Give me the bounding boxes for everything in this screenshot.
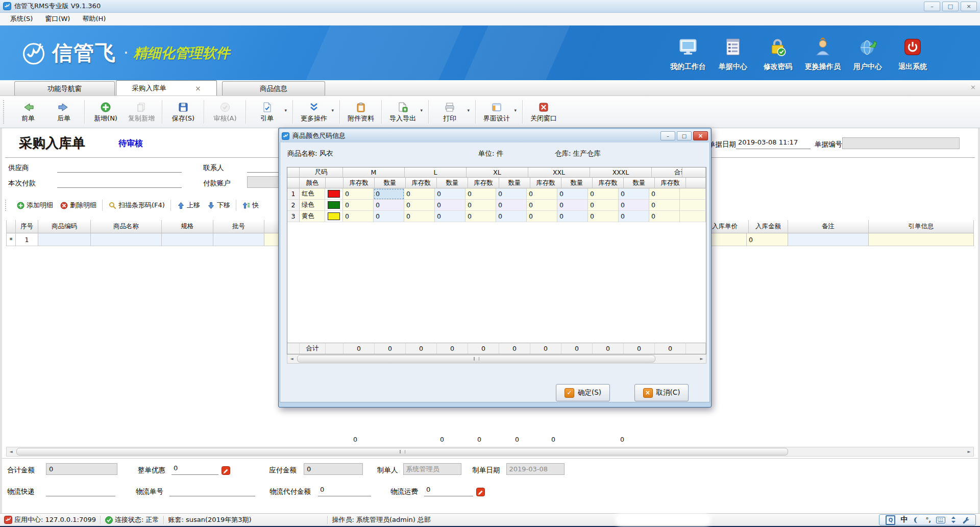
dialog-horizontal-scrollbar[interactable]: ◄ ► bbox=[287, 354, 706, 364]
save-button[interactable]: 保存(S) bbox=[165, 101, 201, 124]
qty-cell[interactable]: 0 bbox=[496, 200, 527, 211]
scroll-right-icon[interactable]: ► bbox=[965, 448, 973, 456]
qty-cell[interactable]: 0 bbox=[435, 211, 465, 222]
qty-cell[interactable]: 0 bbox=[557, 188, 588, 200]
dropdown-arrow-icon[interactable]: ▾ bbox=[514, 108, 517, 113]
move-up-button[interactable]: 上移 bbox=[177, 201, 200, 210]
size-group-cell[interactable]: XL bbox=[467, 167, 528, 178]
stock-cell[interactable]: 0 bbox=[465, 200, 496, 211]
ime-logo-icon[interactable]: Q bbox=[886, 515, 895, 525]
dialog-minimize-button[interactable]: – bbox=[660, 131, 675, 140]
ime-punctuation-toggle[interactable]: °, bbox=[925, 516, 931, 523]
col-header[interactable]: 入库金额 bbox=[749, 220, 788, 233]
color-name-cell[interactable]: 黄色 bbox=[300, 211, 325, 222]
quick-locate-button[interactable]: 快 bbox=[242, 201, 259, 210]
note-cell[interactable] bbox=[788, 233, 869, 246]
qty-header-cell[interactable]: 数量 bbox=[437, 178, 468, 188]
stock-header-cell[interactable]: 库存数 bbox=[593, 178, 624, 188]
qty-cell[interactable]: 0 bbox=[374, 188, 404, 200]
ime-toggle-icon[interactable] bbox=[950, 516, 957, 523]
freight-input[interactable]: 0 bbox=[424, 486, 473, 496]
payment-input[interactable] bbox=[57, 177, 182, 188]
menu-system[interactable]: 系统(S) bbox=[4, 14, 39, 23]
qty-cell[interactable]: 0 bbox=[374, 211, 404, 222]
dropdown-arrow-icon[interactable]: ▾ bbox=[331, 108, 334, 113]
stock-cell[interactable]: 0 bbox=[588, 200, 619, 211]
qty-cell[interactable]: 0 bbox=[496, 188, 527, 200]
doc-date-input[interactable]: 2019-03-08 11:17 bbox=[736, 138, 811, 149]
tabstrip-close-icon[interactable]: × bbox=[970, 83, 976, 91]
stock-cell[interactable]: 0 bbox=[404, 188, 435, 200]
qty-cell[interactable]: 0 bbox=[557, 200, 588, 211]
edit-red-icon[interactable] bbox=[222, 466, 230, 475]
next-doc-button[interactable]: 后单 bbox=[46, 101, 82, 124]
stock-cell[interactable]: 0 bbox=[588, 188, 619, 200]
stock-header-cell[interactable]: 库存数 bbox=[655, 178, 686, 188]
size-group-cell[interactable]: XXL bbox=[528, 167, 590, 178]
audit-button[interactable]: 审核(A) bbox=[207, 101, 243, 124]
col-header[interactable]: 备注 bbox=[788, 220, 869, 233]
stock-cell[interactable]: 0 bbox=[465, 211, 496, 222]
scroll-right-icon[interactable]: ► bbox=[697, 355, 706, 363]
scrollbar-thumb[interactable] bbox=[16, 448, 788, 456]
col-header[interactable]: 商品名称 bbox=[91, 220, 162, 233]
total-amount-input[interactable]: 0 bbox=[46, 463, 117, 475]
stock-cell[interactable]: 0 bbox=[649, 188, 680, 200]
dropdown-arrow-icon[interactable]: ▾ bbox=[284, 108, 287, 113]
size-group-cell[interactable]: L bbox=[405, 167, 467, 178]
menu-window[interactable]: 窗口(W) bbox=[39, 14, 76, 23]
more-actions-button[interactable]: 更多操作 ▾ bbox=[296, 101, 332, 124]
payable-input[interactable]: 0 bbox=[304, 463, 363, 475]
quick-item-doc-center[interactable]: 单据中心 bbox=[710, 33, 755, 71]
quick-item-switch-operator[interactable]: 更换操作员 bbox=[800, 33, 845, 71]
add-detail-button[interactable]: 添加明细 bbox=[17, 201, 53, 210]
qty-cell[interactable]: 0 bbox=[619, 211, 649, 222]
tab-close-icon[interactable]: × bbox=[195, 84, 201, 92]
menu-help[interactable]: 帮助(H) bbox=[76, 14, 112, 23]
qty-cell[interactable]: 0 bbox=[374, 200, 404, 211]
main-horizontal-scrollbar[interactable]: ◄ ► bbox=[6, 447, 974, 457]
qty-cell[interactable]: 0 bbox=[435, 200, 465, 211]
delete-detail-button[interactable]: 删除明细 bbox=[60, 201, 96, 210]
spec-cell[interactable] bbox=[162, 233, 213, 246]
size-group-cell[interactable]: M bbox=[343, 167, 405, 178]
stock-cell[interactable]: 0 bbox=[527, 188, 557, 200]
amount-cell[interactable]: 0 bbox=[747, 233, 788, 246]
print-button[interactable]: 打印 ▾ bbox=[432, 101, 468, 124]
stock-header-cell[interactable]: 库存数 bbox=[468, 178, 499, 188]
scroll-left-icon[interactable]: ◄ bbox=[287, 355, 296, 363]
stock-header-cell[interactable]: 库存数 bbox=[406, 178, 437, 188]
stock-cell[interactable]: 0 bbox=[527, 211, 557, 222]
ime-settings-wrench-icon[interactable] bbox=[962, 516, 969, 524]
col-header[interactable]: 规格 bbox=[162, 220, 213, 233]
prev-doc-button[interactable]: 前单 bbox=[10, 101, 46, 124]
stock-cell[interactable]: 0 bbox=[343, 188, 374, 200]
col-header[interactable]: 批号 bbox=[213, 220, 264, 233]
stock-cell[interactable]: 0 bbox=[527, 200, 557, 211]
supplier-input[interactable] bbox=[57, 162, 182, 173]
scan-barcode-button[interactable]: 扫描条形码(F4) bbox=[109, 201, 165, 210]
stock-header-cell[interactable]: 库存数 bbox=[530, 178, 561, 188]
dialog-titlebar[interactable]: 商品颜色尺码信息 – □ × bbox=[280, 129, 710, 142]
ime-keyboard-icon[interactable] bbox=[936, 517, 945, 523]
ime-language-toggle[interactable]: 中 bbox=[900, 515, 908, 524]
scroll-left-icon[interactable]: ◄ bbox=[7, 448, 15, 456]
stock-cell[interactable]: 0 bbox=[343, 200, 374, 211]
scrollbar-thumb[interactable] bbox=[297, 355, 655, 363]
qty-cell[interactable]: 0 bbox=[435, 188, 465, 200]
attachments-button[interactable]: 附件资料 bbox=[343, 101, 379, 124]
copy-new-button[interactable]: 复制新增 bbox=[124, 101, 159, 124]
qty-cell[interactable]: 0 bbox=[557, 211, 588, 222]
edit-red-icon[interactable] bbox=[476, 488, 485, 496]
dialog-close-button[interactable]: × bbox=[693, 131, 708, 140]
batch-cell[interactable] bbox=[213, 233, 264, 246]
qty-header-cell[interactable]: 数量 bbox=[561, 178, 593, 188]
stock-cell[interactable]: 0 bbox=[404, 200, 435, 211]
tracking-input[interactable] bbox=[169, 486, 255, 496]
tab-purchase-inbound[interactable]: 采购入库单 × bbox=[116, 80, 217, 95]
import-export-button[interactable]: 导入导出 ▾ bbox=[385, 101, 421, 124]
qty-cell[interactable]: 0 bbox=[496, 211, 527, 222]
dropdown-arrow-icon[interactable]: ▾ bbox=[467, 108, 470, 113]
size-group-cell[interactable]: XXXL bbox=[590, 167, 652, 178]
tab-product-info[interactable]: 商品信息 bbox=[222, 81, 325, 95]
